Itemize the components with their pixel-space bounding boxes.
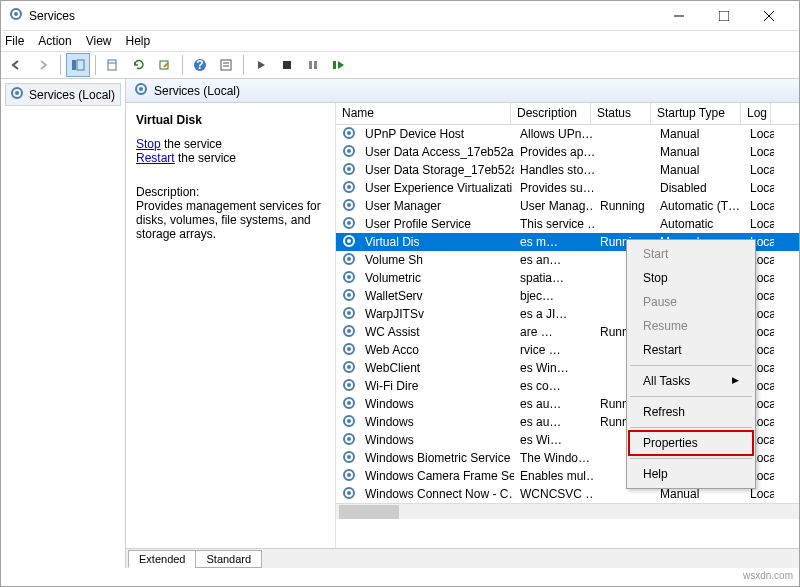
restart-service-link[interactable]: Restart <box>136 151 175 165</box>
restart-service-button[interactable] <box>327 53 351 77</box>
cell-name: Windows Connect Now - C… <box>359 487 514 501</box>
gear-icon <box>342 486 356 503</box>
svg-text:?: ? <box>196 58 203 72</box>
maximize-button[interactable] <box>701 2 746 30</box>
forward-button[interactable] <box>31 53 55 77</box>
nav-label: Services (Local) <box>29 88 115 102</box>
svg-point-31 <box>347 185 351 189</box>
table-row[interactable]: User Data Access_17eb52afProvides ap…Man… <box>336 143 799 161</box>
gear-icon <box>342 432 356 449</box>
ctx-help[interactable]: Help <box>629 462 753 486</box>
col-description[interactable]: Description <box>511 103 591 124</box>
cell-logon: Loca <box>744 163 774 177</box>
gear-icon <box>342 396 356 413</box>
start-service-button[interactable] <box>249 53 273 77</box>
pause-service-button[interactable] <box>301 53 325 77</box>
svg-point-51 <box>347 365 351 369</box>
chevron-right-icon: ▶ <box>732 375 739 385</box>
cell-logon: Loca <box>744 181 774 195</box>
stop-service-button[interactable] <box>275 53 299 77</box>
gear-icon <box>342 198 356 215</box>
help-button[interactable]: ? <box>188 53 212 77</box>
svg-point-49 <box>347 347 351 351</box>
main-header: Services (Local) <box>126 79 799 103</box>
menu-view[interactable]: View <box>86 34 112 48</box>
cell-description: Provides su… <box>514 181 594 195</box>
cell-name: Wi-Fi Dire <box>359 379 514 393</box>
tab-standard[interactable]: Standard <box>195 550 262 568</box>
svg-point-35 <box>347 221 351 225</box>
app-icon <box>9 7 23 24</box>
cell-description: Handles sto… <box>514 163 594 177</box>
nav-services-local[interactable]: Services (Local) <box>5 83 121 106</box>
svg-point-59 <box>347 437 351 441</box>
svg-rect-6 <box>72 60 76 70</box>
table-row[interactable]: UPnP Device HostAllows UPn…ManualLoca <box>336 125 799 143</box>
content-area: Services (Local) Services (Local) Virtua… <box>1 79 799 568</box>
refresh-button[interactable] <box>127 53 151 77</box>
cell-logon: Loca <box>744 127 774 141</box>
cell-name: Windows <box>359 415 514 429</box>
cell-startup: Disabled <box>654 181 744 195</box>
menubar: File Action View Help <box>1 31 799 51</box>
menu-action[interactable]: Action <box>38 34 71 48</box>
cell-name: Windows <box>359 397 514 411</box>
toolbar: ? <box>1 51 799 79</box>
svg-point-1 <box>14 12 18 16</box>
cell-description: are … <box>514 325 594 339</box>
ctx-all-tasks[interactable]: All Tasks▶ <box>629 369 753 393</box>
col-status[interactable]: Status <box>591 103 651 124</box>
window-title: Services <box>29 9 656 23</box>
ctx-start: Start <box>629 242 753 266</box>
table-row[interactable]: User Data Storage_17eb52afHandles sto…Ma… <box>336 161 799 179</box>
cell-description: spatia… <box>514 271 594 285</box>
properties-button[interactable] <box>214 53 238 77</box>
cell-name: Windows <box>359 433 514 447</box>
svg-rect-3 <box>719 11 729 21</box>
ctx-refresh[interactable]: Refresh <box>629 400 753 424</box>
menu-file[interactable]: File <box>5 34 24 48</box>
ctx-restart[interactable]: Restart <box>629 338 753 362</box>
close-button[interactable] <box>746 2 791 30</box>
gear-icon <box>134 82 148 99</box>
cell-description: es Wi… <box>514 433 594 447</box>
cell-name: WalletServ <box>359 289 514 303</box>
back-button[interactable] <box>5 53 29 77</box>
svg-point-61 <box>347 455 351 459</box>
menu-help[interactable]: Help <box>126 34 151 48</box>
export-button[interactable] <box>153 53 177 77</box>
cell-startup: Automatic <box>654 217 744 231</box>
gear-icon <box>342 126 356 143</box>
stop-service-link[interactable]: Stop <box>136 137 161 151</box>
main-pane: Services (Local) Virtual Disk Stop the s… <box>126 79 799 568</box>
cell-description: WCNCSVC … <box>514 487 594 501</box>
nav-pane: Services (Local) <box>1 79 126 568</box>
description-text: Provides management services for disks, … <box>136 199 325 241</box>
svg-point-53 <box>347 383 351 387</box>
cell-name: User Data Access_17eb52af <box>359 145 514 159</box>
service-list: Name Description Status Startup Type Log… <box>336 103 799 548</box>
gear-icon <box>342 234 356 251</box>
cell-name: Virtual Dis <box>359 235 514 249</box>
col-log-on-as[interactable]: Log <box>741 103 771 124</box>
gear-icon <box>342 324 356 341</box>
minimize-button[interactable] <box>656 2 701 30</box>
cell-description: Allows UPn… <box>514 127 594 141</box>
col-startup-type[interactable]: Startup Type <box>651 103 741 124</box>
table-row[interactable]: User Profile ServiceThis service …Automa… <box>336 215 799 233</box>
cell-logon: Loca <box>744 487 774 501</box>
export-list-button[interactable] <box>101 53 125 77</box>
show-hide-tree-button[interactable] <box>66 53 90 77</box>
tab-extended[interactable]: Extended <box>128 550 196 568</box>
cell-logon: Loca <box>744 217 774 231</box>
ctx-stop[interactable]: Stop <box>629 266 753 290</box>
cell-startup: Manual <box>654 487 744 501</box>
ctx-properties[interactable]: Properties <box>628 430 754 456</box>
table-row[interactable]: User Experience Virtualizati…Provides su… <box>336 179 799 197</box>
horizontal-scrollbar[interactable] <box>336 503 799 519</box>
table-row[interactable]: User ManagerUser Manag…RunningAutomatic … <box>336 197 799 215</box>
col-name[interactable]: Name <box>336 103 511 124</box>
cell-description: bjec… <box>514 289 594 303</box>
cell-startup: Manual <box>654 145 744 159</box>
svg-rect-7 <box>77 60 84 70</box>
